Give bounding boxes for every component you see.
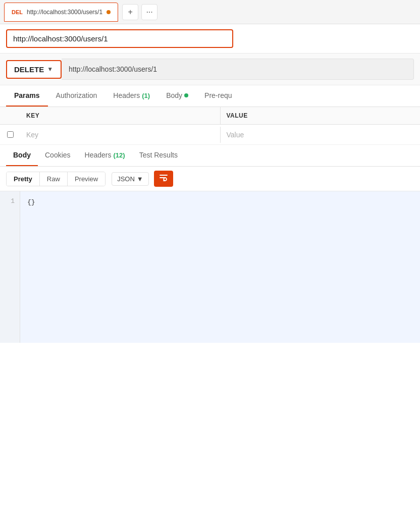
params-col-checkbox-header xyxy=(0,107,20,124)
tab-prereq[interactable]: Pre-requ xyxy=(196,85,240,107)
url-bar-wrapper: http://localhost:3000/users/1 xyxy=(0,24,420,54)
code-view: 1 {} xyxy=(0,191,420,343)
params-row-value[interactable]: Value xyxy=(220,127,421,143)
method-chevron-icon: ▼ xyxy=(47,66,53,73)
url-bar[interactable]: http://localhost:3000/users/1 xyxy=(6,29,233,48)
response-tab-body[interactable]: Body xyxy=(6,145,38,166)
line-number-1: 1 xyxy=(5,197,15,205)
params-col-value-header: VALUE xyxy=(220,107,421,124)
tab-actions: + ··· xyxy=(122,4,158,20)
tab-headers-label: Headers xyxy=(113,91,140,99)
wrap-text-icon xyxy=(159,173,168,184)
response-tab-headers[interactable]: Headers (12) xyxy=(78,145,132,166)
json-format-chevron-icon: ▼ xyxy=(137,175,143,183)
json-format-select[interactable]: JSON ▼ xyxy=(112,172,149,186)
response-tab-body-label: Body xyxy=(13,151,31,159)
code-content: {} xyxy=(20,191,420,343)
params-col-key-header: KEY xyxy=(20,107,220,124)
response-tab-headers-label: Headers xyxy=(85,151,112,159)
tab-headers-count: (1) xyxy=(142,92,150,99)
tab-item[interactable]: DEL http://localhost:3000/users/1 xyxy=(4,3,118,22)
request-url-display[interactable]: http://localhost:3000/users/1 xyxy=(62,59,414,80)
format-raw-button[interactable]: Raw xyxy=(40,172,68,186)
tab-params-label: Params xyxy=(14,91,40,99)
method-button[interactable]: DELETE ▼ xyxy=(6,60,62,79)
format-pretty-button[interactable]: Pretty xyxy=(7,172,40,186)
tab-authorization[interactable]: Authorization xyxy=(48,85,106,107)
tab-url: http://localhost:3000/users/1 xyxy=(27,9,102,16)
tab-method-badge: DEL xyxy=(12,9,23,15)
params-table-row: Key Value xyxy=(0,125,420,145)
tab-headers[interactable]: Headers (1) xyxy=(105,85,158,107)
code-line-1: {} xyxy=(27,197,413,208)
response-tab-cookies-label: Cookies xyxy=(45,151,71,159)
method-label: DELETE xyxy=(14,65,44,74)
request-row: DELETE ▼ http://localhost:3000/users/1 xyxy=(0,54,420,85)
params-checkbox-input[interactable] xyxy=(7,131,14,138)
more-options-button[interactable]: ··· xyxy=(141,4,158,20)
tab-authorization-label: Authorization xyxy=(56,91,97,99)
wrap-text-button[interactable] xyxy=(154,171,173,187)
response-tabs-nav: Body Cookies Headers (12) Test Results xyxy=(0,145,420,167)
tab-body-label: Body xyxy=(166,91,182,99)
tab-body[interactable]: Body xyxy=(158,85,196,107)
add-tab-button[interactable]: + xyxy=(122,4,138,20)
response-tab-test-results[interactable]: Test Results xyxy=(132,145,185,166)
format-preview-button[interactable]: Preview xyxy=(68,172,105,186)
tab-params[interactable]: Params xyxy=(6,85,48,107)
tab-status-dot xyxy=(107,10,111,14)
tab-prereq-label: Pre-requ xyxy=(204,91,232,99)
params-table-header: KEY VALUE xyxy=(0,107,420,125)
format-group: Pretty Raw Preview xyxy=(6,172,106,186)
response-tab-headers-count: (12) xyxy=(114,151,125,159)
response-tab-test-results-label: Test Results xyxy=(139,151,178,159)
params-row-key[interactable]: Key xyxy=(20,127,220,143)
line-numbers: 1 xyxy=(0,191,20,343)
params-row-checkbox[interactable] xyxy=(0,127,20,142)
json-format-label: JSON xyxy=(117,175,135,183)
response-tab-cookies[interactable]: Cookies xyxy=(38,145,78,166)
response-toolbar: Pretty Raw Preview JSON ▼ xyxy=(0,167,420,191)
body-dot-icon xyxy=(184,93,188,97)
tab-bar: DEL http://localhost:3000/users/1 + ··· xyxy=(0,0,420,24)
request-tabs-nav: Params Authorization Headers (1) Body Pr… xyxy=(0,85,420,107)
